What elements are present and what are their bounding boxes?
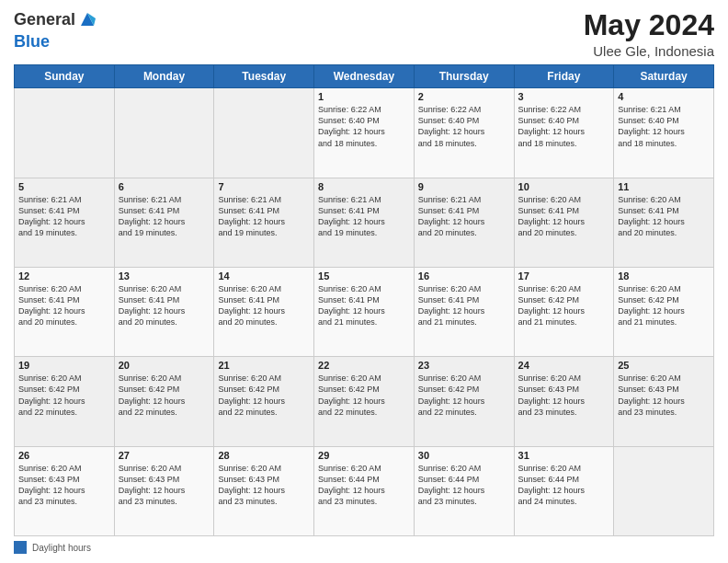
day-header: Wednesday — [314, 65, 415, 88]
logo-icon — [77, 9, 97, 29]
calendar-cell: 24Sunrise: 6:20 AM Sunset: 6:43 PM Dayli… — [514, 357, 614, 446]
month-year: May 2024 — [584, 9, 714, 41]
day-info: Sunrise: 6:21 AM Sunset: 6:41 PM Dayligh… — [119, 194, 210, 239]
day-number: 9 — [418, 181, 510, 192]
calendar-cell: 17Sunrise: 6:20 AM Sunset: 6:42 PM Dayli… — [514, 267, 614, 356]
calendar-cell: 12Sunrise: 6:20 AM Sunset: 6:41 PM Dayli… — [15, 267, 115, 356]
calendar-cell: 23Sunrise: 6:20 AM Sunset: 6:42 PM Dayli… — [414, 357, 514, 446]
title-block: May 2024 Ulee Gle, Indonesia — [584, 9, 714, 59]
day-info: Sunrise: 6:22 AM Sunset: 6:40 PM Dayligh… — [418, 104, 510, 149]
day-header: Sunday — [15, 65, 115, 88]
calendar-cell: 30Sunrise: 6:20 AM Sunset: 6:44 PM Dayli… — [414, 446, 514, 535]
day-number: 17 — [518, 270, 610, 282]
day-info: Sunrise: 6:20 AM Sunset: 6:43 PM Dayligh… — [119, 463, 210, 508]
day-info: Sunrise: 6:21 AM Sunset: 6:41 PM Dayligh… — [318, 194, 410, 239]
day-number: 15 — [318, 270, 410, 282]
day-info: Sunrise: 6:20 AM Sunset: 6:43 PM Dayligh… — [618, 373, 710, 418]
calendar-cell — [214, 88, 314, 178]
day-info: Sunrise: 6:20 AM Sunset: 6:41 PM Dayligh… — [418, 283, 510, 328]
day-info: Sunrise: 6:20 AM Sunset: 6:42 PM Dayligh… — [119, 373, 210, 418]
calendar-cell: 6Sunrise: 6:21 AM Sunset: 6:41 PM Daylig… — [114, 178, 214, 267]
day-number: 29 — [318, 450, 410, 461]
day-info: Sunrise: 6:20 AM Sunset: 6:41 PM Dayligh… — [518, 194, 610, 239]
day-info: Sunrise: 6:20 AM Sunset: 6:41 PM Dayligh… — [618, 194, 710, 239]
day-info: Sunrise: 6:20 AM Sunset: 6:43 PM Dayligh… — [218, 463, 310, 508]
day-number: 20 — [119, 360, 210, 371]
day-info: Sunrise: 6:20 AM Sunset: 6:42 PM Dayligh… — [518, 283, 610, 328]
day-info: Sunrise: 6:21 AM Sunset: 6:41 PM Dayligh… — [18, 194, 110, 239]
day-number: 25 — [618, 360, 710, 371]
calendar-cell: 11Sunrise: 6:20 AM Sunset: 6:41 PM Dayli… — [614, 178, 714, 267]
day-header: Tuesday — [214, 65, 314, 88]
calendar-cell: 15Sunrise: 6:20 AM Sunset: 6:41 PM Dayli… — [314, 267, 415, 356]
day-number: 12 — [18, 270, 110, 282]
calendar-week-row: 12Sunrise: 6:20 AM Sunset: 6:41 PM Dayli… — [15, 267, 714, 356]
day-number: 8 — [318, 181, 410, 192]
calendar-cell: 25Sunrise: 6:20 AM Sunset: 6:43 PM Dayli… — [614, 357, 714, 446]
calendar-cell — [15, 88, 115, 178]
calendar-cell: 1Sunrise: 6:22 AM Sunset: 6:40 PM Daylig… — [314, 88, 415, 178]
day-number: 24 — [518, 360, 610, 371]
calendar-cell: 3Sunrise: 6:22 AM Sunset: 6:40 PM Daylig… — [514, 88, 614, 178]
calendar-cell: 13Sunrise: 6:20 AM Sunset: 6:41 PM Dayli… — [114, 267, 214, 356]
day-number: 31 — [518, 450, 610, 461]
calendar-header-row: SundayMondayTuesdayWednesdayThursdayFrid… — [15, 65, 714, 88]
calendar-cell: 21Sunrise: 6:20 AM Sunset: 6:42 PM Dayli… — [214, 357, 314, 446]
day-number: 4 — [618, 91, 710, 102]
day-info: Sunrise: 6:21 AM Sunset: 6:41 PM Dayligh… — [418, 194, 510, 239]
day-number: 16 — [418, 270, 510, 282]
calendar-cell: 16Sunrise: 6:20 AM Sunset: 6:41 PM Dayli… — [414, 267, 514, 356]
day-number: 3 — [518, 91, 610, 102]
calendar-week-row: 26Sunrise: 6:20 AM Sunset: 6:43 PM Dayli… — [15, 446, 714, 535]
logo-general-text: General — [14, 10, 75, 29]
calendar-cell — [614, 446, 714, 535]
calendar-cell: 2Sunrise: 6:22 AM Sunset: 6:40 PM Daylig… — [414, 88, 514, 178]
day-number: 21 — [218, 360, 310, 371]
footer: Daylight hours — [14, 541, 714, 554]
day-info: Sunrise: 6:20 AM Sunset: 6:42 PM Dayligh… — [418, 373, 510, 418]
day-info: Sunrise: 6:20 AM Sunset: 6:41 PM Dayligh… — [218, 283, 310, 328]
day-info: Sunrise: 6:20 AM Sunset: 6:44 PM Dayligh… — [318, 463, 410, 508]
day-info: Sunrise: 6:20 AM Sunset: 6:42 PM Dayligh… — [218, 373, 310, 418]
day-number: 11 — [618, 181, 710, 192]
calendar-cell: 29Sunrise: 6:20 AM Sunset: 6:44 PM Dayli… — [314, 446, 415, 535]
calendar-cell: 9Sunrise: 6:21 AM Sunset: 6:41 PM Daylig… — [414, 178, 514, 267]
day-info: Sunrise: 6:20 AM Sunset: 6:41 PM Dayligh… — [18, 283, 110, 328]
calendar-table: SundayMondayTuesdayWednesdayThursdayFrid… — [14, 64, 714, 536]
day-info: Sunrise: 6:22 AM Sunset: 6:40 PM Dayligh… — [518, 104, 610, 149]
day-header: Friday — [514, 65, 614, 88]
day-number: 23 — [418, 360, 510, 371]
calendar-week-row: 5Sunrise: 6:21 AM Sunset: 6:41 PM Daylig… — [15, 178, 714, 267]
calendar-cell: 10Sunrise: 6:20 AM Sunset: 6:41 PM Dayli… — [514, 178, 614, 267]
day-number: 22 — [318, 360, 410, 371]
day-number: 2 — [418, 91, 510, 102]
calendar-cell: 4Sunrise: 6:21 AM Sunset: 6:40 PM Daylig… — [614, 88, 714, 178]
calendar-cell: 7Sunrise: 6:21 AM Sunset: 6:41 PM Daylig… — [214, 178, 314, 267]
day-info: Sunrise: 6:20 AM Sunset: 6:41 PM Dayligh… — [119, 283, 210, 328]
day-number: 27 — [119, 450, 210, 461]
day-number: 30 — [418, 450, 510, 461]
calendar-cell: 26Sunrise: 6:20 AM Sunset: 6:43 PM Dayli… — [15, 446, 115, 535]
calendar-cell: 8Sunrise: 6:21 AM Sunset: 6:41 PM Daylig… — [314, 178, 415, 267]
calendar-cell — [114, 88, 214, 178]
day-number: 14 — [218, 270, 310, 282]
day-number: 1 — [318, 91, 410, 102]
day-number: 26 — [18, 450, 110, 461]
day-number: 19 — [18, 360, 110, 371]
footer-label: Daylight hours — [32, 543, 91, 553]
logo-blue-text: Blue — [14, 33, 97, 52]
day-number: 7 — [218, 181, 310, 192]
day-info: Sunrise: 6:20 AM Sunset: 6:42 PM Dayligh… — [618, 283, 710, 328]
day-info: Sunrise: 6:20 AM Sunset: 6:41 PM Dayligh… — [318, 283, 410, 328]
calendar-cell: 18Sunrise: 6:20 AM Sunset: 6:42 PM Dayli… — [614, 267, 714, 356]
day-info: Sunrise: 6:21 AM Sunset: 6:41 PM Dayligh… — [218, 194, 310, 239]
day-number: 5 — [18, 181, 110, 192]
header: General Blue May 2024 Ulee Gle, Indonesi… — [14, 9, 714, 59]
calendar-cell: 14Sunrise: 6:20 AM Sunset: 6:41 PM Dayli… — [214, 267, 314, 356]
day-number: 6 — [119, 181, 210, 192]
day-number: 10 — [518, 181, 610, 192]
day-number: 13 — [119, 270, 210, 282]
day-number: 28 — [218, 450, 310, 461]
calendar-cell: 31Sunrise: 6:20 AM Sunset: 6:44 PM Dayli… — [514, 446, 614, 535]
logo: General Blue — [14, 9, 97, 51]
